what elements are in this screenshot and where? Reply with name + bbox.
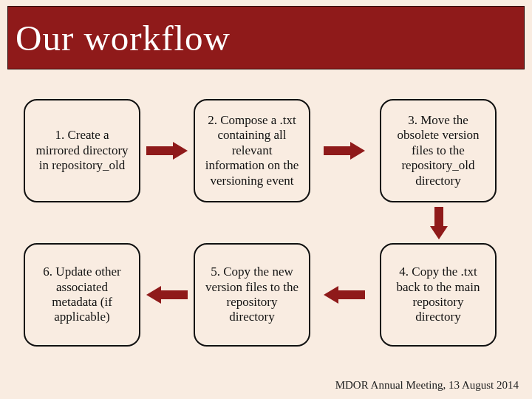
svg-rect-0 — [146, 146, 173, 155]
step-3-text: 3. Move the obsolete version files to th… — [389, 113, 488, 188]
svg-rect-9 — [161, 290, 188, 299]
arrow-right-icon — [146, 142, 188, 160]
step-4: 4. Copy the .txt back to the main reposi… — [380, 243, 497, 347]
arrow-right-icon — [324, 142, 365, 160]
svg-marker-5 — [430, 226, 448, 239]
workflow-diagram: 1. Create a mirrored directory in reposi… — [0, 69, 532, 387]
arrow-left-icon — [324, 286, 365, 304]
step-2: 2. Compose a .txt containing all relevan… — [194, 99, 310, 202]
step-1-text: 1. Create a mirrored directory in reposi… — [33, 128, 132, 173]
svg-marker-3 — [350, 142, 365, 160]
arrow-left-icon — [146, 286, 188, 304]
arrow-down-icon — [430, 207, 448, 239]
svg-rect-4 — [434, 207, 443, 226]
svg-rect-7 — [338, 290, 365, 299]
step-3: 3. Move the obsolete version files to th… — [380, 99, 497, 202]
svg-marker-6 — [324, 286, 338, 304]
svg-rect-2 — [324, 146, 350, 155]
step-5-text: 5. Copy the new version files to the rep… — [202, 265, 301, 325]
step-2-text: 2. Compose a .txt containing all relevan… — [202, 113, 301, 188]
page-title: Our workflow — [16, 17, 231, 59]
step-6-text: 6. Update other associated metadata (if … — [33, 265, 132, 325]
step-6: 6. Update other associated metadata (if … — [24, 243, 140, 347]
title-bar: Our workflow — [7, 6, 525, 69]
footer-text: MDOR Annual Meeting, 13 August 2014 — [335, 379, 519, 392]
step-5: 5. Copy the new version files to the rep… — [194, 243, 310, 347]
step-4-text: 4. Copy the .txt back to the main reposi… — [389, 265, 488, 325]
step-1: 1. Create a mirrored directory in reposi… — [24, 99, 140, 202]
svg-marker-8 — [146, 286, 161, 304]
svg-marker-1 — [173, 142, 188, 160]
